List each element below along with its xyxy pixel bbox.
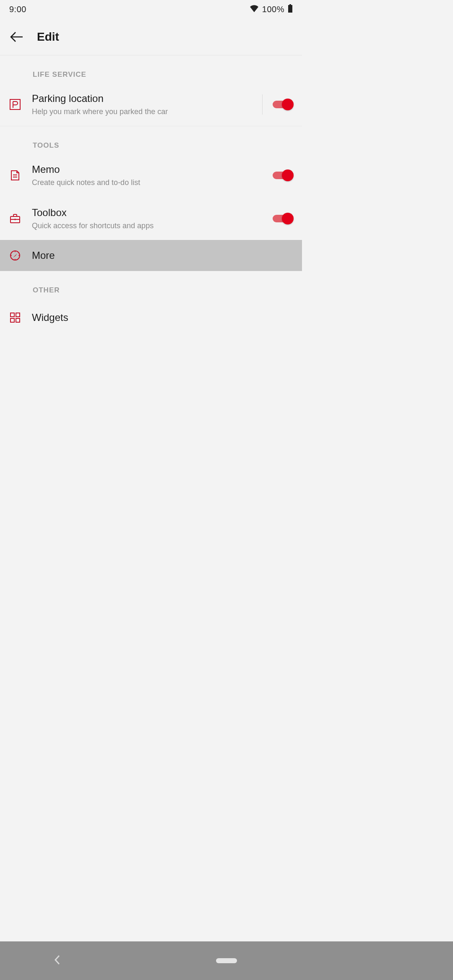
battery-icon: [288, 4, 293, 15]
divider: [262, 94, 263, 115]
status-time: 9:00: [9, 5, 26, 14]
row-widgets[interactable]: Widgets: [0, 299, 302, 336]
row-right: [265, 213, 294, 224]
row-subtitle: Quick access for shortcuts and apps: [32, 221, 265, 231]
page-title: Edit: [37, 30, 59, 44]
row-right: [255, 94, 294, 115]
row-body: Memo Create quick notes and to-do list: [32, 163, 265, 188]
memo-icon: [9, 169, 32, 181]
row-body: Parking location Help you mark where you…: [32, 92, 255, 117]
status-bar: 9:00 100%: [0, 0, 302, 18]
toolbox-icon: [9, 213, 32, 224]
row-subtitle: Help you mark where you parked the car: [32, 107, 255, 117]
svg-rect-8: [15, 219, 16, 220]
row-toolbox[interactable]: Toolbox Quick access for shortcuts and a…: [0, 197, 302, 240]
content: LIFE SERVICE Parking location Help you m…: [0, 55, 302, 336]
row-title: Memo: [32, 163, 265, 176]
row-right: [265, 169, 294, 181]
svg-point-13: [18, 255, 19, 256]
status-right: 100%: [250, 4, 293, 15]
parking-icon: [9, 99, 32, 110]
header: Edit: [0, 18, 302, 55]
svg-rect-15: [16, 313, 20, 317]
section-tools: TOOLS Memo Create quick notes and to-do …: [0, 126, 302, 271]
row-title: Parking location: [32, 92, 255, 105]
row-memo[interactable]: Memo Create quick notes and to-do list: [0, 154, 302, 197]
arrow-left-icon: [10, 31, 24, 43]
row-body: Widgets: [32, 311, 294, 324]
row-more[interactable]: More: [0, 240, 302, 271]
toggle-memo[interactable]: [273, 169, 294, 181]
section-header-other: OTHER: [0, 286, 302, 299]
section-life-service: LIFE SERVICE Parking location Help you m…: [0, 55, 302, 126]
widgets-icon: [9, 312, 32, 323]
status-battery-text: 100%: [262, 5, 284, 14]
section-header-tools: TOOLS: [0, 141, 302, 154]
toggle-toolbox[interactable]: [273, 213, 294, 224]
compass-icon: [9, 250, 32, 261]
section-other: OTHER Widgets: [0, 271, 302, 336]
svg-point-11: [15, 259, 16, 260]
row-body: Toolbox Quick access for shortcuts and a…: [32, 206, 265, 231]
wifi-icon: [250, 5, 259, 14]
svg-point-10: [15, 251, 16, 252]
svg-point-12: [11, 255, 12, 256]
row-subtitle: Create quick notes and to-do list: [32, 177, 265, 188]
toggle-parking[interactable]: [273, 99, 294, 110]
svg-rect-16: [10, 318, 14, 322]
row-parking-location[interactable]: Parking location Help you mark where you…: [0, 83, 302, 126]
back-button[interactable]: [9, 29, 24, 44]
svg-rect-1: [288, 5, 292, 13]
svg-rect-14: [10, 313, 14, 317]
svg-rect-17: [16, 318, 20, 322]
row-title: More: [32, 249, 294, 262]
row-title: Toolbox: [32, 206, 265, 219]
row-body: More: [32, 249, 294, 262]
svg-rect-0: [289, 4, 291, 5]
section-header-life: LIFE SERVICE: [0, 70, 302, 83]
row-title: Widgets: [32, 311, 294, 324]
